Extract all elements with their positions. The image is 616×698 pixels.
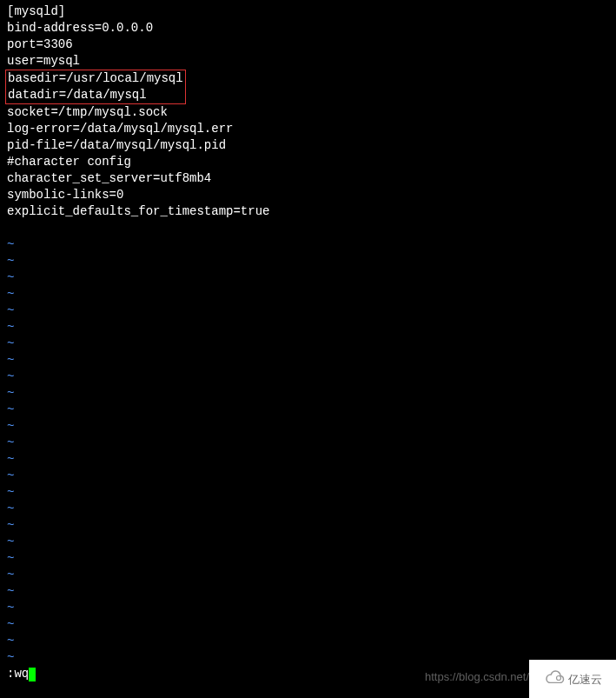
cloud-icon	[544, 669, 565, 688]
tilde-line: ~	[7, 319, 616, 336]
config-explicit-defaults: explicit_defaults_for_timestamp=true	[7, 203, 616, 220]
tilde-line: ~	[7, 468, 616, 484]
tilde-line: ~	[7, 550, 616, 567]
highlighted-config-box: basedir=/usr/local/mysql datadir=/data/m…	[5, 70, 186, 104]
tilde-line: ~	[7, 269, 616, 286]
tilde-line: ~	[7, 534, 616, 550]
tilde-line: ~	[7, 336, 616, 352]
watermark-text: https://blog.csdn.net/	[425, 668, 529, 685]
tilde-line: ~	[7, 302, 616, 319]
empty-line	[7, 220, 616, 236]
tilde-line: ~	[7, 633, 616, 649]
vim-command-text: :wq	[7, 666, 29, 682]
tilde-line: ~	[7, 616, 616, 633]
config-log-error: log-error=/data/mysql/mysql.err	[7, 121, 616, 137]
tilde-line: ~	[7, 385, 616, 402]
tilde-line: ~	[7, 583, 616, 600]
config-port: port=3306	[7, 37, 616, 53]
tilde-lines: ~~~~~~~~~~~~~~~~~~~~~~~~~~	[7, 236, 616, 666]
config-symbolic-links: symbolic-links=0	[7, 187, 616, 203]
config-character-comment: #character config	[7, 154, 616, 170]
tilde-line: ~	[7, 649, 616, 666]
svg-point-0	[556, 676, 560, 681]
config-datadir: datadir=/data/mysql	[8, 87, 183, 103]
config-basedir: basedir=/usr/local/mysql	[8, 70, 183, 87]
tilde-line: ~	[7, 286, 616, 302]
tilde-line: ~	[7, 567, 616, 583]
tilde-line: ~	[7, 418, 616, 435]
tilde-line: ~	[7, 253, 616, 269]
tilde-line: ~	[7, 402, 616, 418]
cursor-icon	[29, 668, 36, 681]
config-socket: socket=/tmp/mysql.sock	[7, 104, 616, 121]
config-character-set: character_set_server=utf8mb4	[7, 170, 616, 187]
tilde-line: ~	[7, 501, 616, 517]
config-user: user=mysql	[7, 53, 616, 70]
tilde-line: ~	[7, 369, 616, 385]
tilde-line: ~	[7, 451, 616, 468]
config-bind-address: bind-address=0.0.0.0	[7, 20, 616, 37]
tilde-line: ~	[7, 517, 616, 534]
logo-text: 亿速云	[568, 671, 602, 688]
config-pid-file: pid-file=/data/mysql/mysql.pid	[7, 137, 616, 154]
tilde-line: ~	[7, 435, 616, 451]
tilde-line: ~	[7, 484, 616, 501]
tilde-line: ~	[7, 236, 616, 253]
config-section-header: [mysqld]	[7, 3, 616, 20]
logo-box: 亿速云	[529, 660, 616, 698]
tilde-line: ~	[7, 352, 616, 369]
tilde-line: ~	[7, 600, 616, 616]
